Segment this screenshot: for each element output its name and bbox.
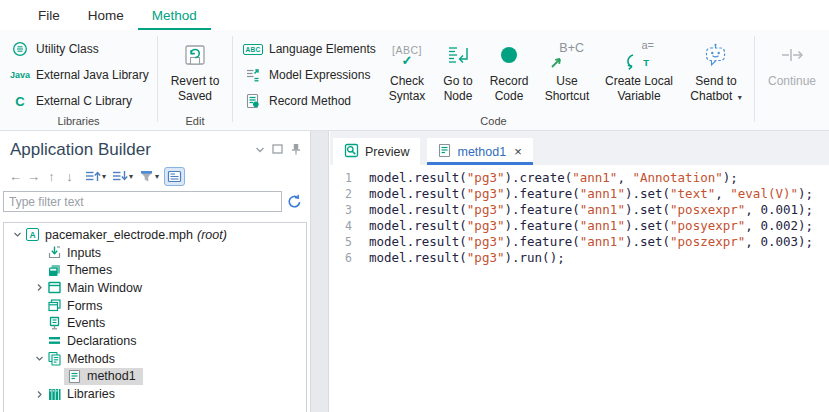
tree-item-label: Inputs	[67, 246, 101, 260]
code-line: 2model.result("pg3").feature("ann1").set…	[330, 186, 829, 202]
selected-tree-item: method1	[64, 368, 143, 386]
themes-icon	[46, 263, 63, 278]
chevron-collapsed-icon[interactable]	[32, 390, 46, 399]
record-method-label: Record Method	[269, 94, 351, 108]
line-number: 3	[330, 202, 352, 218]
create-local-variable-label: Create Local Variable	[599, 74, 679, 103]
record-method-button[interactable]: Record Method	[237, 88, 377, 114]
chevron-collapsed-icon[interactable]	[32, 283, 46, 292]
panel-maximize-icon[interactable]	[272, 143, 283, 157]
main-window-icon	[46, 280, 63, 295]
ribbon-group-continue: Continue	[755, 30, 829, 130]
line-number: 2	[330, 186, 352, 202]
goto-node-icon	[446, 39, 470, 71]
use-shortcut-label: Use Shortcut	[539, 74, 595, 103]
continue-button[interactable]: Continue	[760, 34, 824, 89]
chevron-expanded-icon[interactable]	[32, 354, 46, 363]
record-method-icon	[244, 93, 262, 109]
libraries-icon	[46, 387, 63, 402]
line-number: 6	[330, 250, 352, 266]
refresh-icon[interactable]	[282, 194, 306, 209]
goto-node-button[interactable]: Go to Node	[435, 34, 481, 103]
code-editor[interactable]: 1model.result("pg3").create("ann1", "Ann…	[330, 165, 829, 412]
revert-to-saved-button[interactable]: Revert to Saved	[162, 34, 228, 103]
back-arrow-icon[interactable]: ←	[7, 166, 24, 186]
tab-preview-label: Preview	[365, 145, 409, 159]
use-shortcut-button[interactable]: B+C Use Shortcut	[539, 34, 595, 103]
tree-row-events[interactable]: Events	[4, 314, 306, 332]
tab-method1-label: method1	[457, 145, 506, 159]
use-shortcut-icon: B+C	[549, 39, 585, 71]
application-builder-panel: Application Builder ← → ↑ ↓ ▾ ▾ ▾	[0, 131, 310, 412]
tree-row-methods[interactable]: Methods	[4, 350, 306, 368]
group-label-code: Code	[233, 115, 754, 127]
send-to-chatbot-label: Send to Chatbot ▾	[683, 74, 749, 105]
methods-icon	[46, 351, 63, 366]
chevron-expanded-icon[interactable]	[10, 230, 24, 239]
model-expressions-label: Model Expressions	[269, 68, 370, 82]
tree-item-label: Forms	[67, 299, 102, 313]
tree-row-forms[interactable]: Forms	[4, 297, 306, 315]
revert-to-saved-label: Revert to Saved	[162, 74, 228, 103]
panel-splitter[interactable]	[310, 131, 329, 412]
record-code-label: Record Code	[483, 74, 535, 103]
tab-file[interactable]: File	[24, 0, 74, 30]
utility-class-label: Utility Class	[36, 42, 99, 56]
forms-icon	[46, 298, 63, 313]
tab-preview[interactable]: Preview	[333, 138, 420, 165]
move-up-icon[interactable]: ↑	[43, 166, 60, 186]
close-icon[interactable]: ×	[514, 144, 522, 159]
tree-row-root[interactable]: A pacemaker_electrode.mph (root)	[4, 226, 306, 244]
tree-row-themes[interactable]: Themes	[4, 261, 306, 279]
check-syntax-button[interactable]: [ABC] ✓ Check Syntax	[381, 34, 433, 103]
chevron-down-icon: ▾	[155, 172, 159, 181]
chatbot-icon	[703, 39, 729, 71]
chevron-down-icon: ▾	[102, 172, 106, 181]
tree-root-label: pacemaker_electrode.mph	[45, 228, 193, 242]
check-syntax-label: Check Syntax	[381, 74, 433, 103]
method-doc-icon	[66, 369, 83, 384]
tree-row-inputs[interactable]: Inputs	[4, 244, 306, 262]
send-to-chatbot-button[interactable]: Send to Chatbot ▾	[683, 34, 749, 105]
tree-root-suffix: (root)	[197, 228, 227, 242]
c-icon: C	[11, 94, 29, 109]
language-elements-icon: ABC	[244, 44, 262, 55]
revert-to-saved-icon	[182, 39, 208, 71]
external-java-library-label: External Java Library	[36, 68, 149, 82]
application-tree: A pacemaker_electrode.mph (root) Inputs …	[3, 222, 307, 412]
ribbon-group-code: ABC Language Elements Model Expressions …	[233, 30, 754, 130]
show-all-toggle-button[interactable]	[164, 167, 185, 186]
chevron-down-icon: ▾	[129, 172, 133, 181]
external-c-library-button[interactable]: C External C Library	[4, 88, 156, 114]
tree-row-method1[interactable]: method1	[4, 368, 306, 386]
continue-icon	[779, 39, 805, 71]
code-line: 6model.result("pg3").run();	[330, 250, 829, 266]
external-java-library-button[interactable]: Java External Java Library	[4, 62, 156, 88]
tab-method[interactable]: Method	[138, 0, 211, 30]
tree-row-main-window[interactable]: Main Window	[4, 279, 306, 297]
panel-pin-icon[interactable]	[290, 143, 302, 158]
filter-button[interactable]: ▾	[139, 166, 159, 186]
tree-item-label: Themes	[67, 263, 112, 277]
filter-input[interactable]	[3, 191, 282, 212]
collapse-list-button[interactable]: ▾	[111, 166, 133, 186]
utility-class-button[interactable]: Utility Class	[4, 36, 156, 62]
forward-arrow-icon[interactable]: →	[25, 166, 42, 186]
model-expressions-button[interactable]: Model Expressions	[237, 62, 377, 88]
panel-menu-chevron-icon[interactable]	[255, 143, 265, 157]
line-number: 1	[330, 170, 352, 186]
tab-home[interactable]: Home	[74, 0, 138, 30]
move-down-icon[interactable]: ↓	[61, 166, 78, 186]
language-elements-button[interactable]: ABC Language Elements	[237, 36, 377, 62]
tab-method1[interactable]: method1 ×	[427, 138, 532, 165]
tree-row-libraries[interactable]: Libraries	[4, 385, 306, 403]
create-local-variable-button[interactable]: a= T Create Local Variable	[599, 34, 679, 103]
expand-list-button[interactable]: ▾	[84, 166, 106, 186]
tree-item-label: Libraries	[67, 387, 115, 401]
tree-item-label: Declarations	[67, 334, 136, 348]
record-code-button[interactable]: Record Code	[483, 34, 535, 103]
code-line: 1model.result("pg3").create("ann1", "Ann…	[330, 170, 829, 186]
goto-node-label: Go to Node	[435, 74, 481, 103]
tree-row-declarations[interactable]: Declarations	[4, 332, 306, 350]
declarations-icon	[46, 333, 63, 348]
